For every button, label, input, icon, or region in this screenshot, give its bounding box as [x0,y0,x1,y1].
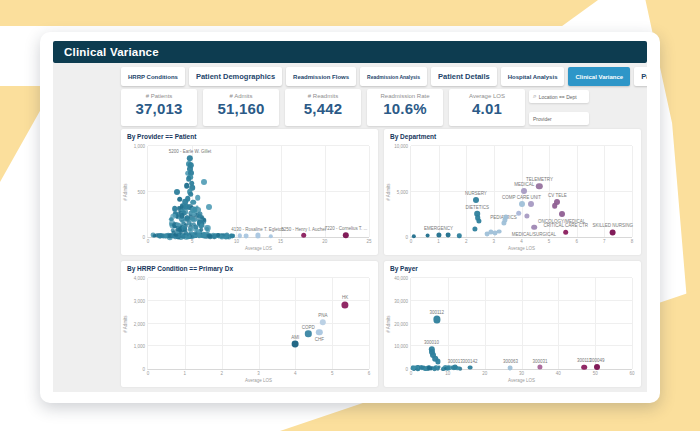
data-point[interactable] [609,229,616,236]
data-point[interactable] [192,207,198,213]
data-point[interactable] [476,218,481,223]
x-tick-label: 1 [184,371,187,376]
kpi-card--readmits: # Readmits5,442 [285,89,361,126]
data-point[interactable] [473,197,479,203]
data-point[interactable] [516,211,522,217]
data-point[interactable] [519,201,525,207]
chart-title: By HRRP Condition == Primary Dx [127,265,233,272]
data-point[interactable] [292,341,299,348]
data-point[interactable] [222,234,225,237]
data-point[interactable] [559,211,565,217]
data-point[interactable] [472,226,477,231]
data-point[interactable] [436,232,441,237]
plot-area: 05,00010,000012345678Average LOS# Admits… [410,146,632,238]
filter-provider[interactable]: Provider [529,112,589,125]
data-point[interactable] [316,329,322,335]
tab-patient-details[interactable]: Patient Details [431,67,497,86]
point-label: MEDICAL/SURGICAL [512,232,556,237]
data-point[interactable] [190,200,196,206]
point-label: 5250 - Henry I. Auchel [281,227,326,232]
data-point[interactable] [176,222,181,227]
data-point[interactable] [531,225,537,231]
tab-hrrp-conditions[interactable]: HRRP Conditions [121,67,185,86]
data-point[interactable] [185,217,189,221]
x-tick-label: 7 [603,239,606,244]
data-point[interactable] [197,213,202,218]
tab-readmission-analysis[interactable]: Readmission Analysis [360,67,427,86]
data-point[interactable] [269,234,273,238]
data-point[interactable] [521,188,527,194]
data-point[interactable] [468,365,473,370]
kpi-label: Average LOS [449,93,525,99]
data-point[interactable] [301,233,307,239]
data-point[interactable] [446,366,450,370]
data-point[interactable] [524,213,529,218]
tab-label: HRRP Conditions [128,74,178,80]
data-point[interactable] [305,331,311,337]
data-point[interactable] [161,234,164,237]
tab-readmission-flows[interactable]: Readmission Flows [286,67,356,86]
kpi-card-readmission-rate: Readmission Rate10.6% [367,89,443,126]
data-point[interactable] [174,189,180,195]
data-point[interactable] [206,204,212,210]
gridline-v [325,146,326,237]
data-point[interactable] [563,229,569,235]
chart-panel-by-provider-patient: By Provider == Patient05001,000051015202… [121,129,378,255]
data-point[interactable] [537,365,542,370]
data-point[interactable] [508,365,513,370]
data-point[interactable] [201,179,207,185]
data-point[interactable] [216,233,220,237]
tab-patient-demographics[interactable]: Patient Demographics [189,67,282,86]
data-point[interactable] [425,233,430,238]
y-tick-label: 2,000 [134,321,145,326]
data-point[interactable] [446,233,451,238]
y-tick-label: 4,000 [134,276,145,281]
filter-label: Provider [533,116,552,122]
data-point[interactable] [201,233,206,238]
data-point[interactable] [453,365,458,370]
data-point[interactable] [244,234,249,239]
plot-area: 01,0002,0003,0004,0000123456Average LOS#… [147,278,369,370]
point-label: TELEMETRY [526,177,553,182]
data-point[interactable] [552,203,558,209]
data-point[interactable] [174,233,178,237]
data-point[interactable] [209,234,213,238]
data-point[interactable] [255,233,260,238]
point-label: MEDICAL [514,182,534,187]
data-point[interactable] [153,234,156,237]
data-point[interactable] [341,301,348,308]
y-axis-title: # Admits [123,183,128,200]
data-point[interactable] [238,234,242,238]
data-point[interactable] [436,359,441,364]
y-axis-title: # Admits [386,183,391,200]
filter-location-dept[interactable]: ⌕Location == Dept [529,90,589,103]
page-background: Clinical Variance HRRP ConditionsPatient… [0,0,700,431]
data-point[interactable] [528,201,534,207]
point-label: PNA [318,313,327,318]
data-point[interactable] [343,232,349,238]
data-point[interactable] [205,227,209,231]
data-point[interactable] [320,319,326,325]
data-point[interactable] [581,364,587,370]
data-point[interactable] [181,235,185,239]
data-point[interactable] [536,183,542,189]
tab-clinical-variance[interactable]: Clinical Variance [568,67,630,86]
data-point[interactable] [457,234,461,238]
data-point[interactable] [183,204,189,210]
data-point[interactable] [594,364,600,370]
tab-hospital-analysis[interactable]: Hospital Analysis [501,67,565,86]
kpi-label: # Readmits [285,93,361,99]
dashboard-content: HRRP ConditionsPatient DemographicsReadm… [53,63,647,392]
x-axis-title: Average LOS [245,378,272,383]
data-point[interactable] [230,234,235,239]
data-point[interactable] [172,206,178,212]
x-tick-label: 20 [322,239,327,244]
chart-title: By Payer [390,265,418,272]
x-tick-label: 1 [437,239,440,244]
tab-label: Clinical Variance [575,74,623,80]
tab-patient-chart[interactable]: Patient Chart [634,67,647,86]
tab-label: Patient Chart [641,72,647,81]
data-point[interactable] [497,229,502,234]
gridline-v [295,278,296,369]
data-point[interactable] [412,234,416,238]
